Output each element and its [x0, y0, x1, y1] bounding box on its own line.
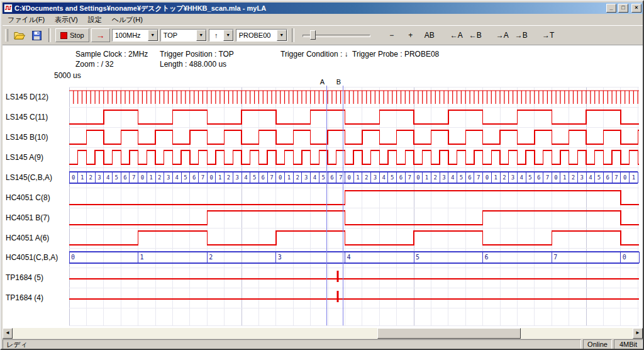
to-trigger-button[interactable]: →T [539, 30, 558, 40]
bus-value: 1 [494, 174, 497, 181]
bus-value: 4 [382, 174, 385, 181]
bus-value: 3 [511, 174, 514, 181]
sample-clock-value: 100MHz [113, 31, 148, 39]
menu-settings[interactable]: 設定 [83, 14, 107, 26]
zoom-info: Zoom : / 32 [75, 60, 114, 69]
bus-value: 5 [460, 174, 463, 181]
bus-value: 1 [287, 174, 291, 181]
trigger-condition-info: Trigger Condition : ↓ [280, 50, 348, 59]
trigger-edge-value: ↑ [209, 31, 223, 39]
scrollbar-track[interactable] [13, 328, 633, 339]
bus-value: 7 [270, 174, 273, 181]
bus-value: 5 [391, 174, 394, 181]
minimize-button[interactable]: _ [606, 4, 616, 13]
run-button[interactable]: → [91, 28, 110, 42]
bus-value: 0 [279, 174, 282, 181]
menu-file[interactable]: ファイル(F) [3, 14, 50, 26]
length-info: Length : 488.000 us [160, 60, 226, 69]
bus-value: 3 [374, 174, 377, 181]
scroll-right-button[interactable]: ► [633, 328, 643, 339]
bus-value: 1 [140, 254, 144, 261]
bus-value: 1 [218, 174, 221, 181]
wave-hc4051-a [69, 231, 639, 245]
maximize-button[interactable]: □ [618, 4, 628, 13]
bus-value: 2 [502, 174, 506, 181]
bus-value: 6 [330, 174, 333, 181]
sample-clock-select[interactable]: 100MHz ▼ [112, 29, 158, 42]
toolbar-button-group: −+AB [382, 30, 439, 40]
trigger-probe-select[interactable]: PROBE00 ▼ [236, 29, 287, 42]
toolbar-button-group: →T [539, 30, 558, 40]
bus-value: 0 [623, 174, 626, 181]
status-online: Online [583, 339, 612, 349]
chevron-down-icon[interactable]: ▼ [148, 30, 158, 41]
next-b-button[interactable]: →B [512, 30, 531, 40]
toolbar-button-group: ←A←B [447, 30, 485, 40]
zoom-slider[interactable] [301, 29, 372, 42]
bus-value: 1 [632, 174, 635, 181]
bus-value: 1 [80, 174, 84, 181]
stop-button[interactable]: Stop [55, 28, 89, 42]
waveform-canvas[interactable]: 0123456701234567012345670123456701234567… [1, 77, 644, 327]
bus-value: 4 [175, 174, 179, 181]
bus-value: 2 [158, 174, 161, 181]
zoom-slider-thumb[interactable] [310, 30, 316, 40]
wave-ls145-c [69, 110, 639, 124]
bus-value: 3 [167, 174, 170, 181]
chevron-down-icon[interactable]: ▼ [277, 30, 287, 41]
bus-value: 0 [486, 174, 489, 181]
wave-hc4051-b [69, 211, 639, 225]
run-arrow-icon: → [96, 31, 105, 39]
close-button[interactable]: × [631, 4, 641, 13]
bus-value: 4 [451, 174, 454, 181]
trigger-probe-info: Trigger Probe : PROBE08 [352, 50, 439, 59]
chevron-down-icon[interactable]: ▼ [223, 30, 233, 41]
app-icon [4, 4, 13, 13]
bus-value: 5 [184, 174, 187, 181]
toolbar-separator [292, 28, 294, 42]
chevron-down-icon[interactable]: ▼ [196, 30, 206, 41]
bus-value: 1 [425, 174, 428, 181]
trigger-position-select[interactable]: TOP ▼ [160, 29, 207, 42]
bus-value: 5 [416, 254, 419, 261]
trigger-edge-select[interactable]: ↑ ▼ [209, 29, 234, 42]
bus-value: 0 [72, 174, 75, 181]
prev-b-button[interactable]: ←B [466, 30, 485, 40]
toolbar-grip [5, 29, 8, 42]
bus-value: 6 [399, 174, 402, 181]
toolbar: Stop → 100MHz ▼ TOP ▼ ↑ ▼ PROBE00 ▼ −+AB… [3, 25, 643, 45]
bus-value: 3 [442, 174, 445, 181]
stop-button-label: Stop [70, 31, 84, 39]
bus-value: 0 [141, 174, 144, 181]
bus-value: 7 [201, 174, 204, 181]
menu-bar: ファイル(F)表示(V)設定ヘルプ(H) [3, 14, 643, 25]
next-a-button[interactable]: →A [493, 30, 512, 40]
bus-value: 7 [477, 174, 480, 181]
wave-ls145-a [69, 150, 639, 164]
zoom-out-button[interactable]: − [382, 30, 401, 40]
trigger-probe-value: PROBE00 [236, 31, 277, 39]
cursor-b-label: B [336, 78, 341, 86]
scrollbar-thumb[interactable] [377, 328, 521, 339]
bus-value: 3 [278, 254, 282, 261]
prev-a-button[interactable]: ←A [447, 30, 466, 40]
save-file-button[interactable] [29, 28, 44, 42]
menu-help[interactable]: ヘルプ(H) [107, 14, 148, 26]
open-file-button[interactable] [12, 28, 27, 42]
bus-value: 0 [416, 174, 419, 181]
bus-value: 7 [553, 254, 557, 261]
bus-value: 3 [235, 174, 238, 181]
scroll-left-button[interactable]: ◄ [3, 328, 13, 339]
bus-value: 6 [485, 254, 489, 261]
bus-value: 0 [209, 174, 213, 181]
bus-value: 4 [244, 174, 247, 181]
ab-range-button[interactable]: AB [420, 30, 439, 40]
bus-value: 2 [296, 174, 299, 181]
bus-value: 5 [321, 174, 325, 181]
bus-value: 6 [606, 174, 609, 181]
bus-value: 2 [434, 174, 437, 181]
horizontal-scrollbar[interactable]: ◄ ► [3, 328, 643, 339]
bus-value: 1 [149, 174, 152, 181]
menu-view[interactable]: 表示(V) [50, 14, 83, 26]
zoom-in-button[interactable]: + [401, 30, 420, 40]
